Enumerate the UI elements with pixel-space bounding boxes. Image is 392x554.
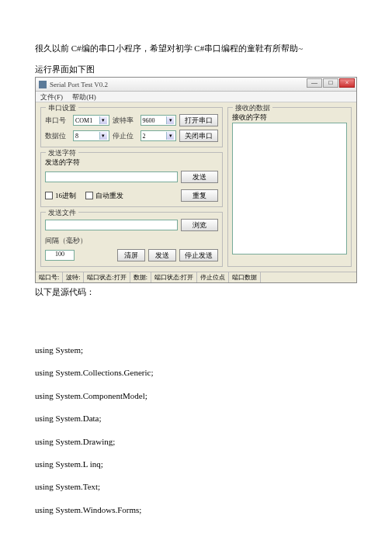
interval-label: 间隔（毫秒）	[45, 236, 92, 246]
status-state1: 端口状态:打开	[84, 272, 130, 282]
status-stop: 停止位点	[197, 272, 229, 282]
caption-text: 运行界面如下图	[35, 64, 357, 75]
send-file-button[interactable]: 发送	[148, 249, 176, 261]
send-button[interactable]: 发送	[181, 171, 218, 183]
file-group-title: 发送文件	[46, 208, 78, 218]
after-text: 以下是源代码：	[35, 286, 357, 298]
code-line: using System.ComponentModel;	[35, 390, 357, 402]
databit-combo[interactable]: 8▾	[73, 130, 109, 141]
send-input[interactable]	[45, 171, 178, 182]
stopbit-label: 停止位	[113, 131, 137, 141]
stop-send-button[interactable]: 停止发送	[179, 249, 218, 261]
close-port-button[interactable]: 关闭串口	[179, 130, 218, 142]
receive-textarea[interactable]	[232, 123, 347, 254]
code-line: using System.Collections.Generic;	[35, 367, 357, 379]
auto-label: 自动重发	[95, 191, 123, 201]
maximize-button[interactable]: □	[323, 78, 338, 88]
code-line: using System;	[35, 345, 357, 356]
hex-label: 16进制	[55, 191, 76, 201]
code-section: using System; using System.Collections.G…	[35, 345, 357, 516]
chevron-down-icon: ▾	[166, 132, 174, 140]
browse-button[interactable]: 浏览	[181, 219, 218, 231]
serial-settings-group: 串口设置 串口号 COM1▾ 波特率 9600▾ 打开串口 数据位 8▾ 停止位…	[40, 107, 223, 147]
status-data: 数据:	[130, 272, 151, 282]
file-input[interactable]	[45, 220, 178, 230]
statusbar: 端口号: 波特: 端口状态:打开 数据: 端口状态:打开 停止位点 端口数据	[36, 272, 356, 282]
stopbit-combo[interactable]: 2▾	[140, 130, 177, 141]
chevron-down-icon: ▾	[99, 116, 107, 124]
menu-file[interactable]: 文件(F)	[40, 93, 63, 101]
send-group-title: 发送字符	[46, 148, 78, 158]
chevron-down-icon: ▾	[99, 132, 107, 140]
code-line: using System.Drawing;	[35, 436, 357, 448]
send-group: 发送字符 发送的字符 发送 16进制 自动重发 重复	[40, 152, 223, 207]
open-port-button[interactable]: 打开串口	[179, 114, 218, 126]
port-combo[interactable]: COM1▾	[73, 115, 109, 126]
chevron-down-icon: ▾	[166, 116, 174, 124]
code-line: using System.L inq;	[35, 459, 357, 470]
send-label: 发送的字符	[45, 158, 218, 168]
clear-button[interactable]: 清屏	[117, 249, 145, 261]
interval-input[interactable]: 100	[45, 250, 75, 261]
code-line: using System.Text;	[35, 481, 357, 493]
baud-combo[interactable]: 9600▾	[140, 115, 177, 126]
databit-label: 数据位	[45, 131, 70, 141]
receive-group: 接收的数据 接收的字符	[227, 107, 352, 267]
receive-group-title: 接收的数据	[233, 103, 272, 113]
repeat-button[interactable]: 重复	[181, 189, 218, 202]
code-line: using System.Data;	[35, 413, 357, 424]
receive-sub-label: 接收的字符	[232, 113, 347, 123]
close-button[interactable]: ×	[339, 78, 355, 88]
menu-help[interactable]: 帮助(H)	[72, 93, 96, 101]
serial-group-title: 串口设置	[46, 103, 78, 113]
app-icon	[39, 81, 47, 88]
window-title: Serial Port Test V0.2	[50, 81, 108, 88]
code-line: using System.Windows.Forms;	[35, 504, 357, 516]
status-baud: 波特:	[63, 272, 84, 282]
minimize-button[interactable]: —	[307, 78, 322, 88]
app-window: Serial Port Test V0.2 — □ × 文件(F) 帮助(H) …	[35, 77, 357, 283]
status-state2: 端口状态:打开	[151, 272, 197, 282]
port-label: 串口号	[45, 116, 70, 126]
status-portdata: 端口数据	[229, 272, 261, 282]
status-port: 端口号:	[36, 272, 63, 282]
menubar: 文件(F) 帮助(H)	[36, 92, 356, 102]
file-group: 发送文件 浏览 间隔（毫秒） 100 清屏 发送 停止发送	[40, 212, 223, 267]
intro-text: 很久以前 C#编的串口小程序，希望对初学 C#串口编程的童鞋有所帮助~	[35, 43, 357, 54]
auto-checkbox[interactable]	[85, 192, 93, 199]
hex-checkbox[interactable]	[45, 192, 53, 199]
baud-label: 波特率	[113, 116, 137, 126]
titlebar: Serial Port Test V0.2 — □ ×	[36, 78, 356, 92]
